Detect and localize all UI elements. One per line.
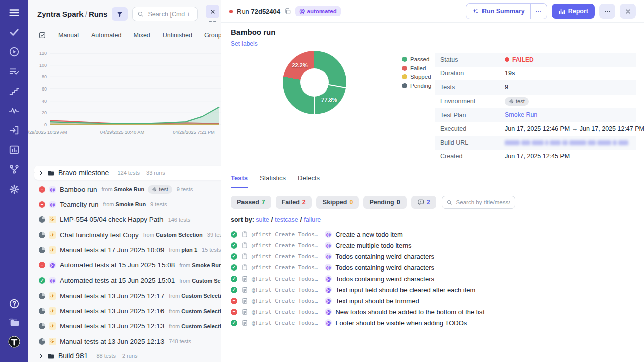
- sort-failure[interactable]: failure: [304, 216, 321, 224]
- more-actions-button[interactable]: [599, 4, 615, 19]
- donut-legend: PassedFailedSkippedPending: [402, 56, 431, 92]
- list-check-icon[interactable]: [9, 66, 20, 77]
- manual-icon: [49, 231, 56, 239]
- test-row[interactable]: ✓@first Create Todos…@Todos containing w…: [231, 273, 634, 284]
- svg-text:120: 120: [39, 51, 47, 56]
- activity-icon[interactable]: [9, 105, 20, 116]
- test-row[interactable]: ✓@first Create Todos…@Create multiple to…: [231, 240, 634, 251]
- runs-tab-automated[interactable]: Automated: [91, 32, 121, 39]
- run-list-item[interactable]: Chat functinality test Copyfrom Custom S…: [28, 227, 221, 242]
- test-row[interactable]: −@first Create Todos…@New todos should b…: [231, 306, 634, 317]
- sort-suite[interactable]: suite: [256, 216, 269, 224]
- run-list-item[interactable]: −@Automated tests at 15 Jun 2025 15:08fr…: [28, 257, 221, 273]
- test-row[interactable]: ✓@first Create Todos…@Footer should be v…: [231, 317, 634, 328]
- report-button[interactable]: Report: [552, 4, 595, 19]
- filter-pending[interactable]: Pending0: [363, 196, 406, 209]
- run-summary-button[interactable]: Run Summary: [466, 3, 547, 19]
- run-status-other-icon: [39, 232, 45, 238]
- filter-passed[interactable]: Passed7: [231, 196, 271, 209]
- runs-search-input[interactable]: [147, 10, 193, 18]
- environment-badge: test: [505, 97, 529, 106]
- detail-label: Tests: [440, 84, 505, 91]
- run-source: from Custom Selection: [169, 323, 221, 329]
- menu-icon[interactable]: [9, 7, 20, 18]
- run-list-item[interactable]: LMP-554 05/04 check Happy Path146 tests: [28, 212, 221, 227]
- test-suite: @first Create Todos…: [252, 320, 318, 326]
- filter-skipped[interactable]: Skipped0: [316, 196, 359, 209]
- logo-icon[interactable]: [8, 335, 21, 348]
- test-search-input[interactable]: [455, 199, 511, 206]
- test-suite: @first Create Todos…: [252, 231, 318, 238]
- bar-chart-icon[interactable]: [9, 144, 20, 155]
- filter-failed[interactable]: Failed2: [276, 196, 312, 209]
- help-circle-icon[interactable]: [9, 298, 20, 309]
- runs-tab-mixed[interactable]: Mixed: [133, 32, 150, 39]
- run-list-item[interactable]: Manual tests at 13 Jun 2025 12:17from Cu…: [28, 288, 221, 303]
- gear-icon[interactable]: [9, 184, 20, 195]
- runs-tab-manual[interactable]: Manual: [58, 32, 79, 39]
- test-filters: Passed7Failed2Skipped0Pending02: [231, 196, 634, 209]
- test-plan-link[interactable]: Smoke Run: [505, 111, 537, 119]
- run-status-other-icon: [39, 323, 45, 329]
- legend-item-skipped[interactable]: Skipped: [402, 74, 431, 80]
- runs-search[interactable]: [132, 7, 198, 21]
- comment-icon: [417, 199, 424, 206]
- tab-defects[interactable]: Defects: [298, 174, 320, 188]
- panel-resize-icon[interactable]: [209, 20, 216, 23]
- test-status-passed-icon: ✓: [231, 276, 237, 282]
- panel-close-button[interactable]: [206, 5, 219, 18]
- filter-comments[interactable]: 2: [411, 196, 436, 209]
- run-summary-more-button[interactable]: [531, 4, 547, 19]
- select-all-icon[interactable]: [38, 31, 46, 39]
- legend-item-pending[interactable]: Pending: [402, 83, 431, 89]
- run-list-item[interactable]: Manual tests at 13 Jun 2025 12:13748 tes…: [28, 334, 221, 349]
- test-suite: @first Create Todos…: [252, 242, 318, 249]
- set-labels-link[interactable]: Set labels: [231, 40, 258, 48]
- folder-icon[interactable]: [9, 317, 20, 328]
- test-row[interactable]: ✓@first Create Todos…@Create a new todo …: [231, 229, 634, 240]
- run-list-item[interactable]: ✓@Automated tests at 15 Jun 2025 15:01fr…: [28, 273, 221, 288]
- run-name: Chat functinality test Copy: [60, 231, 139, 239]
- project-name[interactable]: Zyntra Spark: [37, 10, 84, 18]
- ellipsis-icon: [535, 8, 542, 15]
- steps-icon[interactable]: [9, 85, 20, 97]
- detail-row: Environmenttest: [435, 95, 636, 109]
- play-circle-icon[interactable]: [9, 46, 20, 57]
- copy-icon[interactable]: [284, 8, 291, 15]
- tab-tests[interactable]: Tests: [231, 174, 248, 188]
- runs-tab-unfinished[interactable]: Unfinished: [163, 32, 192, 39]
- close-run-button[interactable]: [620, 4, 636, 19]
- run-list-item[interactable]: Manual tests at 13 Jun 2025 12:16from Cu…: [28, 303, 221, 318]
- test-row[interactable]: ✓@first Create Todos…@Todos containing w…: [231, 251, 634, 262]
- run-source: from Smoke Run: [102, 186, 145, 192]
- run-details-table: StatusFAILEDDuration19sTests9Environment…: [435, 53, 636, 163]
- run-status-other-icon: [39, 216, 45, 223]
- run-list-item[interactable]: Manual tests at 13 Jun 2025 12:13from Cu…: [28, 319, 221, 334]
- run-list-item[interactable]: −@Bamboo runfrom Smoke Runtest9 tests: [28, 182, 221, 197]
- sign-in-icon[interactable]: [9, 125, 20, 136]
- runs-tab-groups[interactable]: Groups: [204, 32, 221, 39]
- detail-value: Jun 17, 2025 12:46 PM → Jun 17, 2025 12:…: [505, 125, 631, 132]
- test-search[interactable]: [442, 196, 515, 209]
- test-row[interactable]: −@first Create Todos…@Text input should …: [231, 295, 634, 306]
- tab-statistics[interactable]: Statistics: [260, 174, 286, 188]
- folder-row[interactable]: Bravo milestone124 tests33 runs: [34, 166, 221, 180]
- check-icon[interactable]: [9, 27, 20, 38]
- legend-item-failed[interactable]: Failed: [402, 65, 431, 71]
- test-row[interactable]: ✓@first Create Todos…@Text input field s…: [231, 284, 634, 295]
- sort-by: sort by: suite/testcase/failure: [231, 216, 634, 223]
- folder-row[interactable]: Build 98188 tests2 runs: [34, 349, 221, 362]
- test-row[interactable]: ✓@first Create Todos…@Todos containing w…: [231, 262, 634, 273]
- automated-icon: @: [49, 261, 56, 269]
- run-list-item[interactable]: Manual tests at 17 Jun 2025 10:09from pl…: [28, 242, 221, 257]
- detail-value: Jun 17, 2025 12:45 PM: [505, 153, 570, 160]
- run-name: Manual tests at 13 Jun 2025 12:13: [60, 322, 164, 330]
- run-list-item[interactable]: −@Teamcity runfrom Smoke Run9 tests: [28, 197, 221, 212]
- filter-button[interactable]: [112, 7, 128, 21]
- folder-icon: [47, 169, 55, 177]
- detail-label: Status: [440, 56, 505, 63]
- legend-item-passed[interactable]: Passed: [402, 56, 431, 62]
- git-branch-icon[interactable]: [9, 164, 20, 175]
- sort-testcase[interactable]: testcase: [275, 216, 298, 224]
- automated-icon: @: [325, 319, 332, 326]
